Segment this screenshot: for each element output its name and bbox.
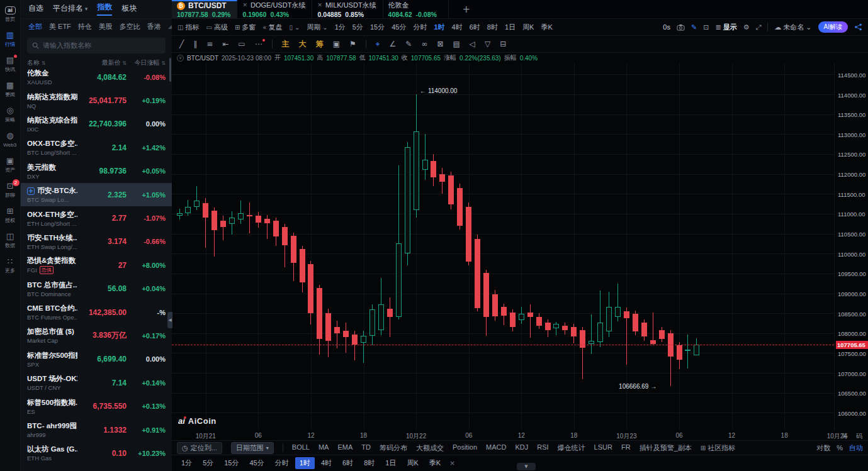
- replay-draw-icon[interactable]: ▣: [333, 40, 340, 48]
- period-dropdown[interactable]: 周期⌄: [307, 23, 327, 32]
- watchlist-tab-指数[interactable]: 指数: [97, 2, 112, 16]
- camera-icon[interactable]: [677, 24, 685, 31]
- bottom-period-5分[interactable]: 5分: [198, 457, 218, 469]
- filter-icon[interactable]: ▽: [485, 40, 490, 48]
- horizontal-lines-icon[interactable]: ≡: [206, 40, 213, 48]
- indicator-MA[interactable]: MA: [318, 443, 329, 453]
- ruler-icon[interactable]: ∠: [390, 40, 397, 48]
- sidebar-item-授权[interactable]: ⊞授权: [0, 207, 21, 223]
- indicator-FR[interactable]: FR: [621, 443, 631, 453]
- bottom-period-1时[interactable]: 1时: [295, 457, 315, 469]
- indicator-Position[interactable]: Position: [453, 443, 477, 453]
- lock-icon[interactable]: ⊠: [437, 40, 443, 48]
- sidebar-item-首页[interactable]: ai首页: [0, 6, 21, 22]
- draw-pencil-icon[interactable]: ✎: [691, 23, 697, 31]
- popup-window-icon[interactable]: ⊡: [703, 23, 709, 31]
- period-5分[interactable]: 5分: [352, 23, 363, 32]
- period-4时[interactable]: 4时: [452, 23, 463, 32]
- indicator-筹码分布[interactable]: 筹码分布: [380, 443, 407, 453]
- period-季K[interactable]: 季K: [541, 23, 552, 32]
- watchlist-row-ES[interactable]: 标普500指数期...ES6,735.550+0.13%: [21, 394, 172, 418]
- chart-tab-BTC/USDT[interactable]: ₿BTC/USDT107877.580.29%: [172, 0, 237, 18]
- watchlist-row-ETH Long/Short ...[interactable]: OKX-ETH多空...ETH Long/Short ...2.77-1.07%: [21, 206, 172, 230]
- period-1时[interactable]: 1时: [434, 23, 444, 32]
- watchlist-subtab-美 ETF[interactable]: 美 ETF: [49, 22, 71, 31]
- period-1分[interactable]: 1分: [335, 23, 346, 32]
- flag-line-icon[interactable]: ⚑: [349, 40, 356, 48]
- watchlist-row-NQ[interactable]: 纳斯达克指数期...NQ25,041.775+0.19%: [21, 89, 172, 112]
- watchlist-subtab-美股[interactable]: 美股: [99, 22, 113, 31]
- period-周K[interactable]: 周K: [522, 23, 534, 32]
- watchlist-row-BTC Dominance[interactable]: BTC 总市值占...BTC Dominance56.08+0.04%: [21, 277, 172, 301]
- indicator-TD[interactable]: TD: [361, 443, 371, 453]
- watchlist-subtab-全部[interactable]: 全部: [28, 22, 42, 31]
- watchlist-tab-自选[interactable]: 自选: [28, 3, 43, 16]
- indicator-EMA[interactable]: EMA: [337, 443, 352, 453]
- chart-canvas[interactable]: ← 114000.00106666.69 →aiAiCoin: [172, 63, 834, 431]
- main-chart-toggle[interactable]: 主: [282, 40, 290, 48]
- corner-expand-icon[interactable]: ◢: [168, 24, 172, 30]
- sidebar-item-更多[interactable]: ∷更多: [0, 257, 21, 274]
- watchlist-subtab-多空比[interactable]: 多空比: [120, 22, 140, 31]
- link-icon[interactable]: ∞: [421, 40, 427, 48]
- watchlist-row-BTC Swap Lo...[interactable]: +币安-BTC永...BTC Swap Lo...2.325+1.05%: [21, 183, 172, 206]
- advanced-button[interactable]: ▭高级: [206, 23, 227, 32]
- chips-toggle[interactable]: 筹: [316, 40, 324, 48]
- watchlist-row-ahr999[interactable]: BTC- ahr999囤...ahr9991.1332+0.91%: [21, 418, 172, 441]
- indicator-MACD[interactable]: MACD: [486, 443, 506, 453]
- bottom-period-6时[interactable]: 6时: [338, 457, 358, 469]
- period-45分[interactable]: 45分: [392, 23, 406, 32]
- fullscreen-icon[interactable]: ⤢: [756, 23, 762, 31]
- watchlist-row-ETH Swap Long/...[interactable]: 币安-ETH永续...ETH Swap Long/...3.174-0.66%: [21, 230, 172, 253]
- share-icon[interactable]: [854, 23, 862, 31]
- date-range-button[interactable]: 日期范围▾: [231, 442, 274, 454]
- add-tab-button[interactable]: +: [463, 4, 471, 15]
- watchlist-row-USDT / CNY[interactable]: USDT 场外-OKXUSDT / CNY7.14+0.14%: [21, 371, 172, 394]
- replay-button[interactable]: «复盘: [262, 23, 282, 32]
- log-scale-toggle[interactable]: 对数: [816, 443, 830, 453]
- indicator-爆仓统计[interactable]: 爆仓统计: [558, 443, 585, 453]
- watchlist-row-SPX[interactable]: 标准普尔500指数SPX6,699.400.00%: [21, 348, 172, 371]
- bottom-period-1分[interactable]: 1分: [177, 457, 196, 469]
- trend-line-icon[interactable]: ╱: [179, 40, 184, 48]
- chart-type-button[interactable]: ▯⌄: [289, 24, 300, 31]
- sidebar-item-快讯[interactable]: ▤快讯: [0, 56, 21, 72]
- collapse-ohlc-icon[interactable]: ∨: [177, 55, 184, 62]
- watchlist-row-FGI[interactable]: 恐惧&贪婪指数FGI恐惧27+8.00%: [21, 253, 172, 277]
- select-icon[interactable]: ⌖: [376, 40, 380, 48]
- sidebar-item-策略[interactable]: ◎策略: [0, 106, 21, 123]
- indicator-大额成交[interactable]: 大额成交: [416, 443, 444, 453]
- community-indicators-button[interactable]: ⊞ 社区指标: [701, 443, 735, 453]
- watchlist-subtab-持仓[interactable]: 持仓: [78, 22, 92, 31]
- indicators-button[interactable]: ◫指标: [178, 23, 199, 32]
- bottom-period-周K[interactable]: 周K: [402, 457, 422, 469]
- watchlist-row-BTC Long/Short ...[interactable]: OKX-BTC多空...BTC Long/Short ...2.14+1.42%: [21, 136, 172, 159]
- watchlist-tab-板块[interactable]: 板块: [121, 3, 137, 16]
- indicator-BOLL[interactable]: BOLL: [292, 443, 310, 453]
- bottom-period-8时[interactable]: 8时: [359, 457, 379, 469]
- close-tab-icon[interactable]: ✕: [242, 2, 247, 8]
- parallel-channel-icon[interactable]: ∥: [193, 40, 197, 48]
- watchlist-row-Market Cap[interactable]: 加密总市值 ($)Market Cap3.836万亿+0.17%: [21, 324, 172, 347]
- indicator-RSI[interactable]: RSI: [537, 443, 548, 453]
- bottom-period-4时[interactable]: 4时: [317, 457, 336, 469]
- horizontal-ray-icon[interactable]: ⇤: [222, 40, 228, 48]
- close-period-bar-icon[interactable]: ×: [449, 459, 455, 467]
- time-axis[interactable]: 筹 码 10月2106121810月2206121810月2306121810月…: [172, 431, 868, 441]
- period-8时[interactable]: 8时: [487, 23, 498, 32]
- auto-scale-toggle[interactable]: 自动: [849, 443, 863, 453]
- chart-tab-DOGE/USDT永续[interactable]: ✕DOGE/USDT永续0.190600.43%: [237, 0, 312, 18]
- watchlist-row-BTC多头持仓...[interactable]: BTC多头持仓...: [21, 465, 172, 471]
- watchlist-row-XAUUSD[interactable]: 伦敦金XAUUSD4,084.62-0.08%: [21, 65, 172, 89]
- large-chart-toggle[interactable]: 大: [299, 40, 307, 48]
- watchlist-row-BTC Futures Ope...[interactable]: CME BTC合约...BTC Futures Ope...142,385.00…: [21, 301, 172, 324]
- add-to-watchlist-icon[interactable]: +: [27, 187, 35, 195]
- ai-analysis-button[interactable]: AI解读: [818, 21, 848, 33]
- trash-icon[interactable]: ⊟: [500, 40, 506, 48]
- bottom-period-分时[interactable]: 分时: [271, 457, 293, 469]
- watchlist-row-IXIC[interactable]: 纳斯达克综合指数IXIC22,740.3960.00%: [21, 113, 172, 136]
- sidebar-item-要闻[interactable]: ▦要闻: [0, 81, 21, 97]
- indicator-插针及预警_副本[interactable]: 插针及预警_副本: [640, 443, 692, 453]
- locate-button[interactable]: ◷定位到...: [177, 442, 222, 454]
- period-15分[interactable]: 15分: [370, 23, 385, 32]
